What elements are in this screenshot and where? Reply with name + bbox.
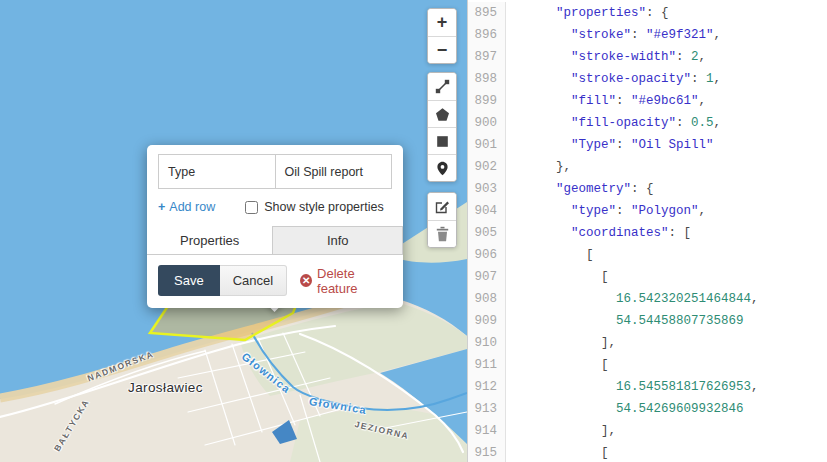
code-line[interactable]: 909 54.54458807735869 xyxy=(468,310,827,332)
edit-feature-button[interactable] xyxy=(428,193,456,220)
code-line[interactable]: 904 "type": "Polygon", xyxy=(468,200,827,222)
feature-popup: TypeOil Spill report +Add row Show style… xyxy=(147,145,403,308)
polyline-icon xyxy=(435,79,450,94)
trash-icon xyxy=(435,226,450,242)
polygon-icon xyxy=(435,107,450,122)
cancel-button[interactable]: Cancel xyxy=(220,265,287,296)
code-text: "Type": "Oil Spill" xyxy=(506,134,714,156)
code-line[interactable]: 914 ], xyxy=(468,420,827,442)
delete-feature-button[interactable]: ✕ Delete feature xyxy=(300,266,392,296)
popup-tabs: PropertiesInfo xyxy=(147,226,403,255)
line-number: 905 xyxy=(468,222,506,244)
add-row-label: Add row xyxy=(169,200,215,214)
line-number: 897 xyxy=(468,46,506,68)
show-style-properties-toggle[interactable]: Show style properties xyxy=(245,200,384,214)
code-text: }, xyxy=(506,156,571,178)
code-line[interactable]: 911 [ xyxy=(468,354,827,376)
property-value-cell[interactable]: Oil Spill report xyxy=(275,155,392,189)
code-line[interactable]: 901 "Type": "Oil Spill" xyxy=(468,134,827,156)
line-number: 907 xyxy=(468,266,506,288)
line-number: 906 xyxy=(468,244,506,266)
code-line[interactable]: 905 "coordinates": [ xyxy=(468,222,827,244)
line-number: 904 xyxy=(468,200,506,222)
line-number: 911 xyxy=(468,354,506,376)
tab-properties[interactable]: Properties xyxy=(147,226,272,254)
code-line[interactable]: 899 "fill": "#e9bc61", xyxy=(468,90,827,112)
code-text: "fill": "#e9bc61", xyxy=(506,90,706,112)
code-line[interactable]: 908 16.542320251464844, xyxy=(468,288,827,310)
delete-layers-button[interactable] xyxy=(428,220,456,247)
code-text: 16.542320251464844, xyxy=(506,288,759,310)
code-text: "fill-opacity": 0.5, xyxy=(506,112,721,134)
code-text: [ xyxy=(506,354,609,376)
code-line[interactable]: 902 }, xyxy=(468,156,827,178)
code-line[interactable]: 906 [ xyxy=(468,244,827,266)
line-number: 895 xyxy=(468,2,506,24)
geojson-editor-app: Jarosławiec NADMORSKA BAŁTYCKA JEZIORNA … xyxy=(0,0,827,462)
code-text: "coordinates": [ xyxy=(506,222,691,244)
code-text: 54.54458807735869 xyxy=(506,310,744,332)
rectangle-icon xyxy=(435,134,450,149)
draw-toolbar xyxy=(427,72,457,182)
marker-icon xyxy=(435,161,450,176)
code-text: 16.545581817626953, xyxy=(506,376,759,398)
line-number: 909 xyxy=(468,310,506,332)
code-text: 54.54269609932846 xyxy=(506,398,744,420)
draw-polyline-button[interactable] xyxy=(428,73,456,100)
line-number: 908 xyxy=(468,288,506,310)
code-line[interactable]: 913 54.54269609932846 xyxy=(468,398,827,420)
delete-icon: ✕ xyxy=(300,274,312,287)
show-style-properties-label: Show style properties xyxy=(264,200,384,214)
line-number: 902 xyxy=(468,156,506,178)
edit-icon xyxy=(434,199,450,215)
code-line[interactable]: 903 "geometry": { xyxy=(468,178,827,200)
zoom-in-button[interactable]: + xyxy=(428,9,456,36)
line-number: 903 xyxy=(468,178,506,200)
code-text: [ xyxy=(506,244,594,266)
plus-icon: + xyxy=(158,200,165,214)
code-text: ], xyxy=(506,332,616,354)
code-text: "properties": { xyxy=(506,2,669,24)
line-number: 900 xyxy=(468,112,506,134)
zoom-out-button[interactable]: − xyxy=(428,36,456,63)
code-text: "geometry": { xyxy=(506,178,654,200)
zoom-control: + − xyxy=(427,8,457,64)
line-number: 898 xyxy=(468,68,506,90)
code-text: "stroke-opacity": 1, xyxy=(506,68,721,90)
code-line[interactable]: 910 ], xyxy=(468,332,827,354)
code-text: [ xyxy=(506,266,609,288)
draw-rectangle-button[interactable] xyxy=(428,127,456,154)
line-number: 896 xyxy=(468,24,506,46)
show-style-properties-checkbox[interactable] xyxy=(245,201,258,214)
geojson-code-editor[interactable]: 895 "properties": {896 "stroke": "#e9f32… xyxy=(467,0,827,462)
property-row: TypeOil Spill report xyxy=(159,155,392,189)
code-line[interactable]: 897 "stroke-width": 2, xyxy=(468,46,827,68)
code-line[interactable]: 900 "fill-opacity": 0.5, xyxy=(468,112,827,134)
line-number: 914 xyxy=(468,420,506,442)
code-line[interactable]: 915 [ xyxy=(468,442,827,462)
add-row-link[interactable]: +Add row xyxy=(158,200,215,214)
line-number: 913 xyxy=(468,398,506,420)
line-number: 899 xyxy=(468,90,506,112)
code-text: [ xyxy=(506,442,609,462)
code-text: "stroke-width": 2, xyxy=(506,46,706,68)
code-line[interactable]: 896 "stroke": "#e9f321", xyxy=(468,24,827,46)
line-number: 901 xyxy=(468,134,506,156)
draw-polygon-button[interactable] xyxy=(428,100,456,127)
code-line[interactable]: 898 "stroke-opacity": 1, xyxy=(468,68,827,90)
save-button[interactable]: Save xyxy=(158,265,220,296)
map-canvas[interactable]: Jarosławiec NADMORSKA BAŁTYCKA JEZIORNA … xyxy=(0,0,467,462)
code-text: "stroke": "#e9f321", xyxy=(506,24,721,46)
code-line[interactable]: 907 [ xyxy=(468,266,827,288)
code-text: ], xyxy=(506,420,616,442)
edit-toolbar xyxy=(427,192,457,248)
code-line[interactable]: 895 "properties": { xyxy=(468,2,827,24)
line-number: 910 xyxy=(468,332,506,354)
code-line[interactable]: 912 16.545581817626953, xyxy=(468,376,827,398)
delete-feature-label: Delete feature xyxy=(317,266,392,296)
draw-marker-button[interactable] xyxy=(428,154,456,181)
line-number: 915 xyxy=(468,442,506,462)
property-key-cell[interactable]: Type xyxy=(159,155,276,189)
tab-info[interactable]: Info xyxy=(272,226,403,254)
code-text: "type": "Polygon", xyxy=(506,200,706,222)
